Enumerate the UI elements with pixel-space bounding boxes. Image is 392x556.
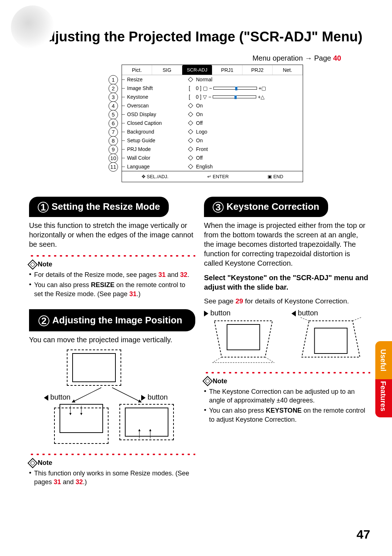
menu-op-pageref: 40	[333, 54, 341, 62]
triangle-left-icon	[291, 311, 296, 316]
osd-row-prj-mode: PRJ ModeFront	[122, 145, 303, 154]
section-2-header: 2Adjusting the Image Position	[29, 309, 195, 331]
menu-op-prefix: Menu operation	[252, 54, 305, 62]
osd-tab-pict: Pict.	[122, 65, 152, 75]
triangle-left-icon	[44, 395, 48, 401]
note-item: You can also press KEYSTONE on the remot…	[204, 406, 370, 424]
row-index-1: 1	[109, 75, 118, 85]
osd-tab-prj2: PRJ2	[242, 65, 273, 75]
decorative-corner-gradient	[11, 5, 54, 49]
osd-row-osd-display: OSD DisplayOn	[122, 110, 303, 119]
section-1-header: 1Setting the Resize Mode	[29, 197, 169, 217]
osd-row-closed-caption: Closed CaptionOff	[122, 119, 303, 127]
osd-footer-end: ▣ END	[268, 174, 283, 179]
section-1-number: 1	[38, 202, 49, 213]
section-3-header: 3Keystone Correction	[204, 197, 328, 217]
svg-line-1	[112, 388, 141, 402]
osd-row-overscan: OverscanOn	[122, 101, 303, 110]
right-button-label: button	[204, 309, 283, 317]
triangle-right-icon	[204, 311, 208, 316]
slider-keystone	[213, 95, 256, 98]
row-index-9: 9	[109, 145, 118, 154]
osd-tab-scradj: SCR-ADJ	[182, 65, 212, 75]
svg-rect-7	[227, 324, 260, 350]
row-index-10: 10	[109, 154, 118, 163]
note-header: Note	[204, 377, 370, 385]
row-index-3: 3	[109, 93, 118, 102]
section-2-title: Adjusting the Image Position	[52, 315, 182, 326]
side-tab-useful-features: Useful Features	[375, 341, 392, 417]
svg-marker-6	[215, 321, 273, 357]
left-button-label: button	[291, 309, 370, 317]
note-header: Note	[29, 261, 195, 268]
svg-rect-12	[315, 328, 347, 353]
note-divider	[204, 371, 370, 375]
row-index-7: 7	[109, 127, 118, 137]
note-header: Note	[29, 459, 195, 467]
osd-footer-enter: ↵ ENTER	[207, 174, 229, 179]
osd-menu-diagram: 1 2 3 4 5 6 7 8 9 10 11 Pict. SIG SCR-AD…	[96, 65, 303, 182]
osd-row-resize: ResizeNormal	[122, 75, 303, 84]
osd-tab-prj1: PRJ1	[212, 65, 242, 75]
page-title: Adjusting the Projected Image ("SCR-ADJ"…	[29, 29, 370, 45]
menu-op-pagelabel: Page	[314, 54, 333, 62]
osd-tab-net: Net.	[273, 65, 303, 75]
diamond-icon	[188, 77, 193, 82]
row-index-6: 6	[109, 119, 118, 128]
section-1-title: Setting the Resize Mode	[52, 201, 160, 212]
osd-row-wall-color: Wall ColorOff	[122, 154, 303, 162]
note-divider	[29, 254, 195, 258]
note-item: This function only works in some Resize …	[29, 469, 195, 487]
row-index-5: 5	[109, 110, 118, 119]
note-divider	[29, 453, 195, 456]
section-3-seealso: See page 29 for details of Keystone Corr…	[204, 297, 370, 306]
side-tab-label-2: Features	[379, 381, 387, 411]
note-item: For details of the Resize mode, see page…	[29, 270, 195, 279]
svg-line-14	[353, 317, 362, 321]
osd-footer-sel: ✥ SEL./ADJ.	[142, 174, 169, 179]
osd-row-keystone: Keystone[ 0 ] ▽ −+△	[122, 93, 303, 101]
slider-image-shift	[213, 87, 257, 90]
arrow-right-icon: →	[305, 54, 312, 62]
section-1-body: Use this function to stretch the image v…	[29, 221, 195, 249]
osd-row-setup-guide: Setup GuideOn	[122, 136, 303, 145]
section-3-title: Keystone Correction	[226, 201, 319, 212]
keystone-diagram: button button	[204, 309, 370, 366]
diagram-arrows	[61, 386, 170, 408]
section-3-body: When the image is projected either from …	[204, 221, 370, 268]
row-index-11: 11	[109, 162, 118, 172]
osd-row-background: BackgroundLogo	[122, 127, 303, 136]
section-3-number: 3	[213, 202, 224, 213]
note-diamond-icon	[28, 259, 38, 269]
row-index-8: 8	[109, 136, 118, 146]
svg-line-9	[265, 357, 274, 363]
section-3-instruction: Select "Keystone" on the "SCR-ADJ" menu …	[204, 273, 370, 292]
section-2-body: You can move the projected image vertica…	[29, 335, 195, 344]
row-index-2: 2	[109, 84, 118, 93]
menu-operation-ref: Menu operation → Page 40	[29, 54, 341, 62]
side-tab-label-1: Useful	[379, 349, 387, 371]
svg-line-8	[213, 357, 222, 363]
note-diamond-icon	[203, 376, 213, 386]
osd-row-language: LanguageEnglish	[122, 162, 303, 171]
image-shift-diagram: button button	[40, 349, 185, 447]
note-diamond-icon	[28, 458, 38, 468]
svg-line-13	[300, 317, 309, 321]
svg-marker-11	[302, 321, 360, 357]
osd-tab-sig: SIG	[152, 65, 182, 75]
page-number: 47	[356, 527, 370, 541]
note-item: You can also press RESIZE on the remote …	[29, 281, 195, 298]
row-index-4: 4	[109, 101, 118, 111]
osd-row-image-shift: Image Shift[ 0 ] ▢ −+▢	[122, 84, 303, 93]
section-2-number: 2	[38, 315, 49, 326]
svg-line-0	[72, 388, 101, 402]
note-item: The Keystone Correction can be adjusted …	[204, 387, 370, 405]
